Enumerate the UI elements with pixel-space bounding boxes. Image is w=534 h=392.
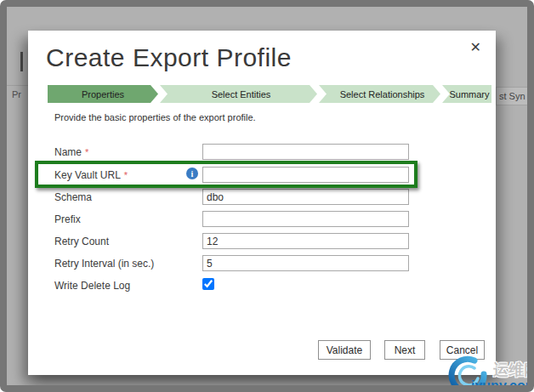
step-label: Summary [449, 89, 489, 99]
write-delete-log-label: Write Delete Log [54, 280, 130, 292]
watermark: 运维网 iyunv.com [442, 352, 534, 392]
step-label: Select Relationships [340, 89, 425, 99]
prefix-label: Prefix [54, 213, 81, 225]
step-label: Properties [82, 89, 124, 99]
retry-count-label: Retry Count [54, 236, 109, 247]
schema-label: Schema [54, 191, 92, 203]
form-row-retry-count: Retry Count [54, 233, 480, 250]
form-row-write-delete-log: Write Delete Log [54, 277, 480, 294]
retry-count-input[interactable] [202, 233, 409, 249]
validate-button[interactable]: Validate [318, 340, 371, 360]
wizard-stepper: Properties Select Entities Select Relati… [28, 85, 496, 103]
form-row-prefix: Prefix [54, 211, 480, 228]
schema-input[interactable] [202, 189, 409, 205]
required-marker: * [124, 170, 128, 180]
required-marker: * [85, 147, 88, 157]
screenshot-frame: Pr st Syn Create Export Profile ✕ Proper… [0, 0, 534, 392]
background-partial-text-right: st Syn [499, 91, 525, 101]
step-summary[interactable]: Summary [442, 85, 491, 103]
step-properties[interactable]: Properties [48, 85, 158, 103]
watermark-site-text: iyunv.com [471, 378, 534, 392]
background-divider [7, 85, 28, 86]
info-icon[interactable]: i [186, 168, 198, 179]
background-partial-text-left: Pr [12, 89, 21, 99]
dialog-title: Create Export Profile [46, 43, 292, 72]
key-vault-url-label: Key Vault URL [54, 169, 121, 181]
step-label: Select Entities [212, 89, 271, 99]
form-row-name: Name* [54, 144, 480, 161]
background-partial-button: st Syn [496, 87, 534, 105]
next-button[interactable]: Next [384, 340, 425, 360]
prefix-input[interactable] [202, 211, 409, 227]
create-export-profile-dialog: Create Export Profile ✕ Properties Selec… [28, 31, 496, 375]
name-input[interactable] [202, 144, 409, 160]
watermark-cn-text: 运维网 [493, 360, 534, 380]
retry-interval-label: Retry Interval (in sec.) [54, 258, 154, 270]
name-label: Name [54, 146, 82, 158]
close-icon[interactable]: ✕ [470, 41, 481, 54]
form-row-key-vault-url: Key Vault URL* i [54, 167, 480, 184]
form-row-retry-interval: Retry Interval (in sec.) [54, 255, 480, 272]
step-select-relationships[interactable]: Select Relationships [319, 85, 440, 103]
step-select-entities[interactable]: Select Entities [160, 85, 317, 103]
background-partial-heading-stroke [20, 52, 23, 71]
key-vault-url-input[interactable] [202, 167, 409, 183]
dialog-subtitle: Provide the basic properties of the expo… [54, 112, 256, 122]
retry-interval-input[interactable] [202, 255, 409, 271]
iyunv-logo-icon [444, 354, 488, 392]
write-delete-log-checkbox[interactable] [202, 278, 214, 290]
form-row-schema: Schema [54, 189, 480, 206]
